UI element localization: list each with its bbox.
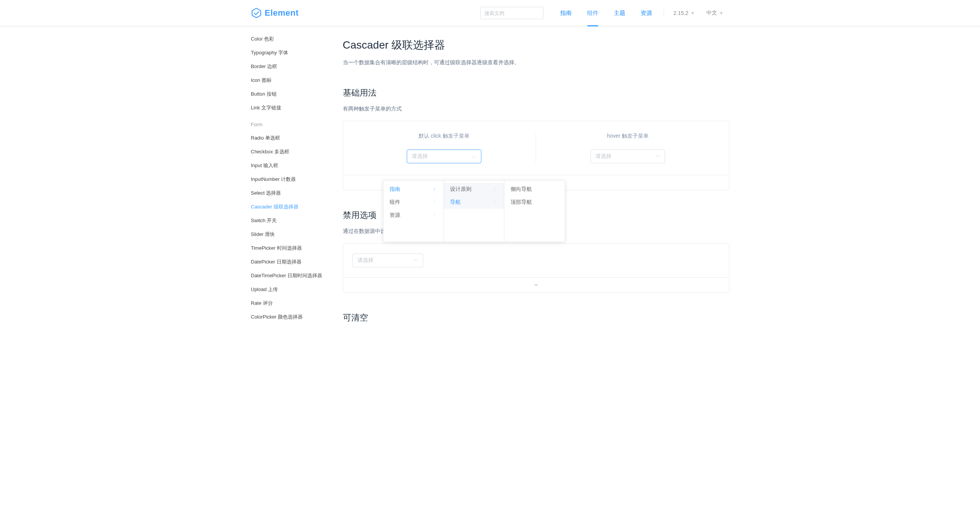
sidebar-item-button[interactable]: Button 按钮 bbox=[251, 87, 343, 101]
sidebar-item-colorpicker[interactable]: ColorPicker 颜色选择器 bbox=[251, 310, 343, 324]
cascader-option-resource[interactable]: 资源 〉 bbox=[383, 209, 444, 222]
sidebar-item-rate[interactable]: Rate 评分 bbox=[251, 296, 343, 310]
sidebar-item-link[interactable]: Link 文字链接 bbox=[251, 101, 343, 115]
language-picker[interactable]: 中文 ▼ bbox=[701, 10, 729, 16]
option-label: 设计原则 bbox=[450, 186, 471, 193]
demo-basic: 默认 click 触发子菜单 请选择 ︿ hover 触发子菜单 请选择 ﹀ bbox=[343, 121, 729, 190]
hexagon-icon bbox=[251, 8, 262, 18]
sidebar-item-switch[interactable]: Switch 开关 bbox=[251, 214, 343, 228]
sidebar-item-slider[interactable]: Slider 滑块 bbox=[251, 228, 343, 241]
sidebar-group-form: Form bbox=[251, 115, 343, 131]
brand-name: Element bbox=[265, 8, 299, 18]
chevron-down-icon: ▼ bbox=[691, 11, 695, 15]
language-label: 中文 bbox=[706, 10, 717, 16]
brand-logo[interactable]: Element bbox=[251, 8, 299, 18]
chevron-up-icon: ︿ bbox=[472, 153, 476, 160]
option-label: 指南 bbox=[390, 186, 400, 193]
svg-marker-0 bbox=[252, 8, 260, 18]
sidebar-item-timepicker[interactable]: TimePicker 时间选择器 bbox=[251, 241, 343, 255]
version-label: 2.15.2 bbox=[673, 10, 688, 16]
sidebar-item-select[interactable]: Select 选择器 bbox=[251, 186, 343, 200]
option-label: 资源 bbox=[390, 212, 400, 219]
option-label: 顶部导航 bbox=[510, 199, 532, 206]
chevron-right-icon: 〉 bbox=[494, 187, 498, 192]
cascader-panel-2: 设计原则 〉 导航 〉 bbox=[444, 180, 504, 242]
sidebar-item-typography[interactable]: Typography 字体 bbox=[251, 46, 343, 60]
nav-resource[interactable]: 资源 bbox=[633, 0, 660, 26]
section-desc-basic: 有两种触发子菜单的方式 bbox=[343, 106, 729, 112]
cascader-option-component[interactable]: 组件 〉 bbox=[383, 196, 444, 209]
chevron-right-icon: 〉 bbox=[433, 213, 437, 218]
version-picker[interactable]: 2.15.2 ▼ bbox=[668, 10, 701, 16]
page-title: Cascader 级联选择器 bbox=[343, 38, 729, 52]
sidebar-item-color[interactable]: Color 色彩 bbox=[251, 32, 343, 46]
sidebar-item-upload[interactable]: Upload 上传 bbox=[251, 283, 343, 296]
sidebar-item-radio[interactable]: Radio 单选框 bbox=[251, 131, 343, 145]
cascader-input-disabled[interactable]: 请选择 ﹀ bbox=[352, 254, 423, 267]
nav-guide[interactable]: 指南 bbox=[553, 0, 579, 26]
sidebar-item-border[interactable]: Border 边框 bbox=[251, 60, 343, 73]
cascader-dropdown: 指南 〉 组件 〉 资源 〉 设计原则 〉 bbox=[383, 180, 565, 242]
cascader-option-guide[interactable]: 指南 〉 bbox=[383, 183, 444, 196]
chevron-down-icon: ▼ bbox=[719, 11, 724, 15]
sidebar-item-checkbox[interactable]: Checkbox 多选框 bbox=[251, 145, 343, 159]
nav-theme[interactable]: 主题 bbox=[606, 0, 633, 26]
search-input[interactable] bbox=[480, 7, 543, 19]
chevron-right-icon: 〉 bbox=[494, 200, 498, 205]
cascader-option-design[interactable]: 设计原则 〉 bbox=[444, 183, 504, 196]
cascader-option-top-nav[interactable]: 顶部导航 bbox=[504, 196, 565, 209]
sidebar: Color 色彩 Typography 字体 Border 边框 Icon 图标… bbox=[251, 26, 343, 353]
page-lead: 当一个数据集合有清晰的层级结构时，可通过级联选择器逐级查看并选择。 bbox=[343, 59, 729, 66]
demo-disabled: 请选择 ﹀ bbox=[343, 243, 729, 293]
cascader-option-nav[interactable]: 导航 〉 bbox=[444, 196, 504, 209]
cascader-placeholder: 请选择 bbox=[412, 153, 428, 160]
cascader-panel-1: 指南 〉 组件 〉 资源 〉 bbox=[383, 180, 444, 242]
sidebar-item-cascader[interactable]: Cascader 级联选择器 bbox=[251, 200, 343, 214]
caret-down-icon bbox=[534, 284, 538, 286]
demo-col-right-label: hover 触发子菜单 bbox=[607, 133, 649, 140]
section-heading-clearable: 可清空 bbox=[343, 312, 729, 324]
sidebar-item-icon[interactable]: Icon 图标 bbox=[251, 73, 343, 87]
chevron-right-icon: 〉 bbox=[433, 200, 437, 205]
option-label: 导航 bbox=[450, 199, 461, 206]
chevron-right-icon: 〉 bbox=[433, 187, 437, 192]
section-heading-basic: 基础用法 bbox=[343, 87, 729, 99]
option-label: 组件 bbox=[390, 199, 400, 206]
sidebar-item-inputnumber[interactable]: InputNumber 计数器 bbox=[251, 172, 343, 186]
option-label: 侧向导航 bbox=[510, 186, 532, 193]
cascader-panel-3: 侧向导航 顶部导航 bbox=[504, 180, 565, 242]
nav-component[interactable]: 组件 bbox=[579, 0, 606, 26]
cascader-placeholder: 请选择 bbox=[595, 153, 611, 160]
chevron-down-icon: ﹀ bbox=[414, 257, 418, 264]
sidebar-item-datepicker[interactable]: DatePicker 日期选择器 bbox=[251, 255, 343, 269]
sidebar-item-datetimepicker[interactable]: DateTimePicker 日期时间选择器 bbox=[251, 269, 343, 283]
chevron-down-icon: ﹀ bbox=[656, 153, 660, 160]
demo-col-left-label: 默认 click 触发子菜单 bbox=[419, 133, 470, 140]
nav-separator bbox=[664, 10, 664, 16]
demo-toggle-disabled[interactable] bbox=[343, 277, 729, 293]
cascader-option-side-nav[interactable]: 侧向导航 bbox=[504, 183, 565, 196]
cascader-input-hover[interactable]: 请选择 ﹀ bbox=[590, 150, 665, 163]
cascader-placeholder: 请选择 bbox=[357, 257, 373, 264]
sidebar-item-input[interactable]: Input 输入框 bbox=[251, 159, 343, 172]
cascader-input-click[interactable]: 请选择 ︿ bbox=[407, 150, 481, 163]
